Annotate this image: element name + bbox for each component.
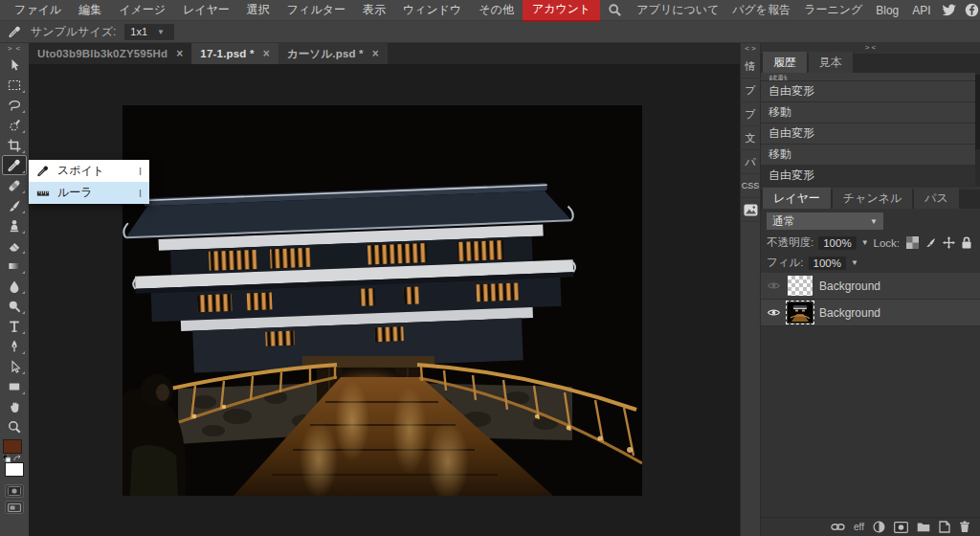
marquee-select-tool[interactable] xyxy=(2,75,27,95)
chevron-down-icon[interactable]: ▼ xyxy=(861,238,869,247)
delete-layer-icon[interactable] xyxy=(959,521,970,533)
link-blog[interactable]: Blog xyxy=(869,0,905,21)
menu-more[interactable]: その他 xyxy=(470,0,523,22)
link-report-bug[interactable]: バグを報告 xyxy=(725,0,797,22)
zoom-tool[interactable] xyxy=(2,416,27,436)
lock-transparency-icon[interactable] xyxy=(906,236,919,249)
canvas-area[interactable] xyxy=(29,64,740,536)
tab-layers[interactable]: レイヤー xyxy=(763,188,831,209)
swap-colors-icon[interactable] xyxy=(13,455,22,462)
history-item[interactable]: 自由変形 xyxy=(761,81,980,102)
new-layer-icon[interactable] xyxy=(939,521,950,533)
opacity-label: 不透明度: xyxy=(767,235,813,250)
layer-row-hidden[interactable]: Background xyxy=(761,273,980,300)
toolbar-collapse[interactable]: > < xyxy=(8,44,22,55)
side-tab-paragraph[interactable]: パ xyxy=(740,150,761,174)
layer-thumbnail-transparent[interactable] xyxy=(788,276,813,296)
layer-thumbnail-image[interactable] xyxy=(788,302,813,323)
layer-effects-button[interactable]: eff xyxy=(854,522,864,532)
tab-document-2[interactable]: 17-1.psd * × xyxy=(191,43,278,64)
clone-stamp-tool[interactable] xyxy=(2,215,27,235)
link-about[interactable]: アプリについて xyxy=(630,0,725,22)
twitter-icon[interactable] xyxy=(938,2,961,19)
hand-tool[interactable] xyxy=(2,396,27,416)
path-select-tool[interactable] xyxy=(2,356,27,376)
dodge-tool[interactable] xyxy=(2,296,27,316)
opacity-value[interactable]: 100% xyxy=(818,236,856,250)
link-learning[interactable]: ラーニング xyxy=(797,0,869,22)
sample-size-value: 1x1 xyxy=(130,26,147,37)
screen-mode-button[interactable] xyxy=(5,501,24,514)
close-icon[interactable]: × xyxy=(176,47,183,60)
image-panel-icon[interactable] xyxy=(740,198,761,222)
lock-position-icon[interactable] xyxy=(943,236,955,249)
quick-mask-button[interactable] xyxy=(5,484,24,498)
link-api[interactable]: API xyxy=(905,0,937,21)
side-tab-brush[interactable]: ブ xyxy=(740,102,761,126)
brush-tool[interactable] xyxy=(2,195,27,215)
healing-brush-tool[interactable] xyxy=(2,175,27,195)
side-tab-character[interactable]: 文 xyxy=(740,126,761,150)
menu-filter[interactable]: フィルター xyxy=(278,0,354,22)
history-item[interactable]: 自由変形 xyxy=(761,123,980,145)
lock-pixels-icon[interactable] xyxy=(924,236,937,249)
pen-tool[interactable] xyxy=(2,336,27,356)
default-colors-icon[interactable] xyxy=(3,455,11,462)
lasso-tool[interactable] xyxy=(2,95,27,115)
tab-document-3[interactable]: カーソル.psd * × xyxy=(278,43,388,64)
foreground-color-swatch[interactable] xyxy=(3,439,22,454)
account-button[interactable]: アカウント xyxy=(523,0,600,22)
history-item-current[interactable]: 自由変形 xyxy=(761,166,980,187)
history-item-clipped[interactable]: 移動 xyxy=(761,73,980,81)
eyedropper-tool[interactable] xyxy=(2,155,27,175)
quick-select-tool[interactable] xyxy=(2,115,27,135)
blur-tool[interactable] xyxy=(2,276,27,296)
move-tool[interactable] xyxy=(2,55,27,75)
type-tool[interactable] xyxy=(2,316,27,336)
menu-select[interactable]: 選択 xyxy=(238,0,278,22)
layer-row-selected[interactable]: Background xyxy=(761,300,980,326)
menu-item-eyedropper[interactable]: スポイト I xyxy=(29,160,149,182)
menu-file[interactable]: ファイル xyxy=(6,0,70,22)
crop-tool[interactable] xyxy=(2,135,27,155)
tab-history[interactable]: 履歴 xyxy=(763,52,807,73)
close-icon[interactable]: × xyxy=(263,47,270,60)
canvas-image[interactable] xyxy=(122,105,642,496)
fill-value[interactable]: 100% xyxy=(809,257,846,270)
chevron-down-icon[interactable]: ▼ xyxy=(851,258,858,267)
history-scrollbar[interactable] xyxy=(975,73,980,187)
new-group-folder-icon[interactable] xyxy=(917,522,930,532)
side-tab-css[interactable]: CSS xyxy=(740,174,761,198)
facebook-icon[interactable] xyxy=(961,1,980,19)
side-tab-info[interactable]: 情 xyxy=(740,55,761,78)
search-button[interactable] xyxy=(600,1,630,19)
side-tab-properties[interactable]: プ xyxy=(740,78,761,102)
menu-view[interactable]: 表示 xyxy=(354,0,394,22)
menu-image[interactable]: イメージ xyxy=(110,0,174,22)
menu-edit[interactable]: 編集 xyxy=(70,0,110,22)
history-item[interactable]: 移動 xyxy=(761,145,980,166)
close-icon[interactable]: × xyxy=(372,47,379,60)
menu-item-ruler[interactable]: ルーラ I xyxy=(29,182,149,204)
background-color-swatch[interactable] xyxy=(5,462,24,477)
tab-swatches[interactable]: 見本 xyxy=(809,52,853,73)
sample-size-select[interactable]: 1x1 ▼ xyxy=(124,24,174,40)
visibility-eye-icon[interactable] xyxy=(766,307,781,318)
layer-mask-icon[interactable] xyxy=(894,522,908,533)
adjustment-layer-icon[interactable] xyxy=(873,521,885,533)
gradient-tool[interactable] xyxy=(2,256,27,276)
link-layers-icon[interactable] xyxy=(831,523,845,531)
lock-all-icon[interactable] xyxy=(961,236,972,249)
chevron-down-icon: ▼ xyxy=(157,28,165,36)
strip-collapse[interactable]: < > xyxy=(745,43,756,55)
blend-mode-select[interactable]: 通常 ▼ xyxy=(767,212,883,230)
tab-channels[interactable]: チャンネル xyxy=(833,188,912,209)
tab-paths[interactable]: パス xyxy=(914,188,959,209)
visibility-eye-icon[interactable] xyxy=(766,280,781,291)
shape-tool[interactable] xyxy=(2,376,27,396)
menu-window[interactable]: ウィンドウ xyxy=(394,0,470,22)
tab-document-1[interactable]: Uto03b9Blb3k0ZY595Hd × xyxy=(29,43,191,64)
menu-layer[interactable]: レイヤー xyxy=(174,0,238,22)
eraser-tool[interactable] xyxy=(2,235,27,256)
history-item[interactable]: 移動 xyxy=(761,102,980,123)
